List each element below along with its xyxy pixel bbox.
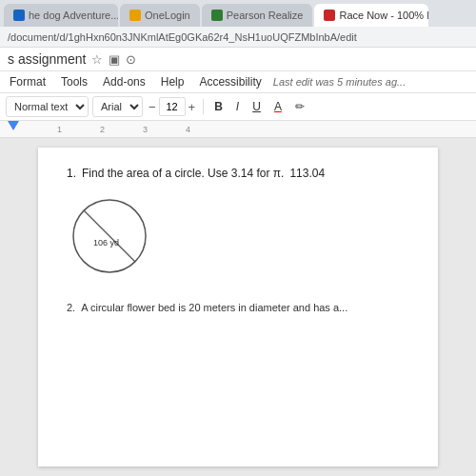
underline-button[interactable]: U <box>248 96 266 117</box>
question-2-number: 2. <box>67 302 75 313</box>
menu-format[interactable]: Format <box>2 71 53 92</box>
font-size-plus-btn[interactable]: + <box>187 100 198 114</box>
ruler-numbers: 1 2 3 4 <box>0 121 476 137</box>
italic-button[interactable]: I <box>231 96 244 117</box>
tab-dog-adventure[interactable]: he dog Adventure... <box>4 4 118 27</box>
question-1: 1. Find the area of a circle. Use 3.14 f… <box>67 167 409 279</box>
question-2: 2. A circular flower bed is 20 meters in… <box>67 294 409 313</box>
font-size-area: − + <box>147 97 197 116</box>
pen-button[interactable]: ✏ <box>290 96 309 117</box>
last-edit-text: Last edit was 5 minutes ag... <box>273 76 406 88</box>
tab-bar: he dog Adventure... OneLogin Pearson Rea… <box>0 0 476 27</box>
doc-title-row: s assignment ☆ ▣ ⊙ <box>8 51 468 67</box>
circle-svg: 106 yd <box>67 193 152 279</box>
menu-tools[interactable]: Tools <box>53 71 95 92</box>
menu-bar: Format Tools Add-ons Help Accessibility … <box>0 71 476 93</box>
tab-favicon-4 <box>324 10 335 21</box>
menu-help[interactable]: Help <box>153 71 192 92</box>
font-color-button[interactable]: A <box>269 96 287 117</box>
tab-onelogin[interactable]: OneLogin <box>120 4 200 27</box>
circle-diagram: 106 yd <box>67 193 409 279</box>
ruler-mark-2: 2 <box>100 125 105 134</box>
question-1-number: 1. <box>67 167 76 180</box>
toolbar-divider-1 <box>203 99 204 114</box>
svg-line-1 <box>84 210 135 262</box>
style-select[interactable]: Normal text <box>6 96 89 117</box>
cloud-icon[interactable]: ⊙ <box>126 52 136 67</box>
tab-favicon-1 <box>13 10 25 21</box>
ruler-mark-3: 3 <box>143 125 148 134</box>
tab-label-1: he dog Adventure... <box>29 10 118 21</box>
star-icon[interactable]: ☆ <box>91 52 103 67</box>
question-1-answer: 113.04 <box>289 167 325 180</box>
url-text: /document/d/1ghHxn60n3JNKmlAtEg0GKa62r4_… <box>8 31 357 43</box>
doc-content: 1. Find the area of a circle. Use 3.14 f… <box>0 138 476 476</box>
ruler: 1 2 3 4 <box>0 121 476 138</box>
font-size-input[interactable] <box>159 97 186 116</box>
tab-favicon-3 <box>211 10 223 21</box>
bold-button[interactable]: B <box>209 96 228 117</box>
tab-pearson[interactable]: Pearson Realize <box>202 4 313 27</box>
doc-header: s assignment ☆ ▣ ⊙ <box>0 48 476 71</box>
question-2-text: A circular flower bed is 20 meters in di… <box>81 302 347 313</box>
tab-label-2: OneLogin <box>145 10 190 21</box>
font-select[interactable]: Arial <box>92 96 143 117</box>
tab-label-3: Pearson Realize <box>227 10 304 21</box>
tab-label-4: Race Now - 100% F... <box>339 10 428 21</box>
font-size-minus-btn[interactable]: − <box>147 100 158 114</box>
menu-accessibility[interactable]: Accessibility <box>191 71 268 92</box>
doc-page: 1. Find the area of a circle. Use 3.14 f… <box>38 148 438 466</box>
ruler-mark-1: 1 <box>57 125 62 134</box>
question-1-text: Find the area of a circle. Use 3.14 for … <box>82 167 284 180</box>
tab-racenow[interactable]: Race Now - 100% F... <box>314 4 428 27</box>
menu-addons[interactable]: Add-ons <box>95 71 153 92</box>
svg-text:106 yd: 106 yd <box>93 238 119 248</box>
app-container: he dog Adventure... OneLogin Pearson Rea… <box>0 0 476 476</box>
address-bar[interactable]: /document/d/1ghHxn60n3JNKmlAtEg0GKa62r4_… <box>0 27 476 48</box>
ruler-mark-4: 4 <box>186 125 190 134</box>
tab-favicon-2 <box>129 10 141 21</box>
folder-icon[interactable]: ▣ <box>109 52 120 67</box>
doc-title: s assignment <box>8 51 86 67</box>
toolbar: Normal text Arial − + B I U A ✏ <box>0 93 476 121</box>
